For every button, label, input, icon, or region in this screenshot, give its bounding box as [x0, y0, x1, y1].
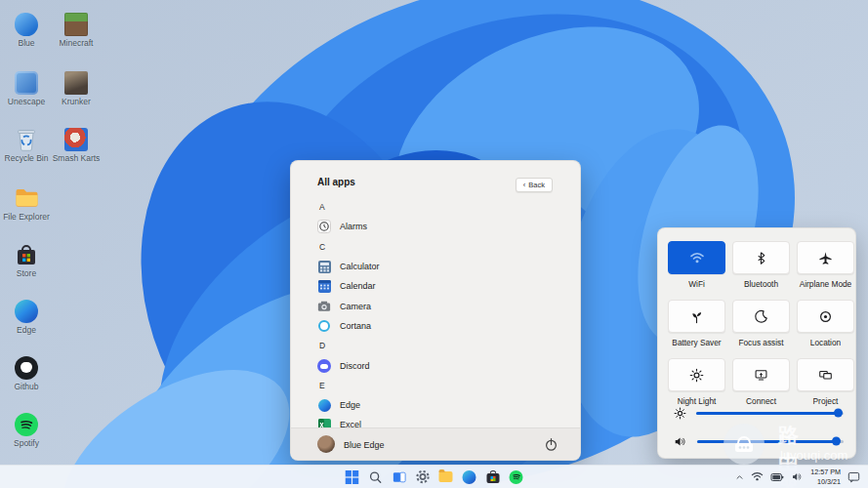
- toggle-label: Battery Saver: [672, 338, 721, 347]
- desktop-icon-blue[interactable]: Blue: [1, 12, 52, 49]
- app-list-item-edge[interactable]: Edge: [317, 395, 570, 415]
- battery-saver-toggle-button[interactable]: [668, 300, 725, 333]
- edge-button[interactable]: [462, 469, 476, 484]
- spotify-icon: [15, 413, 38, 436]
- desktop-icon-smash-karts[interactable]: Smash Karts: [51, 127, 102, 164]
- discord-app-icon: [317, 359, 331, 373]
- desktop-icon-edge[interactable]: Edge: [1, 299, 52, 336]
- section-letter-c[interactable]: C: [317, 237, 570, 257]
- desktop-icon-krunker[interactable]: Krunker: [51, 70, 102, 107]
- spotify-button[interactable]: [509, 469, 523, 484]
- bluetooth-toggle-button[interactable]: [732, 241, 790, 274]
- edge-icon: [463, 470, 476, 484]
- tray-battery[interactable]: [770, 472, 784, 482]
- desktop-icon-unescape[interactable]: Unescape: [1, 70, 52, 107]
- location-icon: [818, 309, 833, 324]
- file-explorer-button[interactable]: [438, 469, 453, 484]
- app-list-item-calendar[interactable]: Calendar: [317, 276, 570, 296]
- folder-icon: [439, 471, 453, 482]
- wifi-icon: [689, 250, 705, 265]
- start-button[interactable]: [345, 469, 359, 484]
- app-name: Alarms: [340, 222, 367, 231]
- night-light-toggle-button[interactable]: [668, 358, 725, 391]
- desktop-icon-recycle-bin[interactable]: Recycle Bin: [1, 127, 52, 164]
- wifi-icon: [751, 471, 764, 482]
- desktop-icon-label: Krunker: [51, 98, 102, 107]
- brightness-slider-handle[interactable]: [834, 409, 843, 418]
- connect-screen-icon: [754, 368, 768, 382]
- app-list-item-cortana[interactable]: Cortana: [317, 316, 570, 336]
- taskbar-center-icons: [345, 466, 523, 488]
- app-list-item-alarms[interactable]: Alarms: [317, 217, 570, 236]
- power-button[interactable]: [543, 436, 558, 452]
- search-button[interactable]: [368, 469, 383, 484]
- desktop-icon-store[interactable]: Store: [1, 242, 52, 279]
- section-letter-a[interactable]: A: [317, 197, 570, 217]
- store-button[interactable]: [485, 469, 500, 484]
- tray-clock[interactable]: 12:57 PM 10/3/21: [810, 468, 841, 486]
- airplane-mode-toggle-button[interactable]: [797, 241, 854, 274]
- location-toggle-button[interactable]: [797, 300, 854, 333]
- desktop-icon-file-explorer[interactable]: File Explorer: [1, 185, 52, 223]
- app-list-item-camera[interactable]: Camera: [317, 296, 570, 315]
- start-menu-all-apps-panel: All apps ‹ Back A Alarms C Calculator Ca…: [290, 160, 581, 461]
- tray-date: 10/3/21: [810, 477, 841, 486]
- user-avatar[interactable]: [317, 435, 335, 453]
- desktop-icon-label: Minecraft: [51, 39, 102, 49]
- user-name[interactable]: Blue Edge: [344, 440, 385, 450]
- toggle-label: Airplane Mode: [800, 279, 852, 289]
- app-list-item-calculator[interactable]: Calculator: [317, 257, 570, 276]
- notification-icon: [847, 471, 860, 483]
- volume-slider-row: [674, 434, 844, 448]
- desktop-icon-label: Github: [1, 383, 52, 392]
- section-letter-e[interactable]: E: [317, 376, 570, 395]
- back-button[interactable]: ‹ Back: [516, 178, 553, 192]
- project-toggle-button[interactable]: [797, 358, 854, 391]
- github-icon: [15, 356, 38, 380]
- system-tray: 12:57 PM 10/3/21: [735, 466, 860, 488]
- app-list-item-discord[interactable]: Discord: [317, 355, 570, 375]
- desktop-icon-spotify[interactable]: Spotify: [1, 412, 52, 449]
- desktop-icon-github[interactable]: Github: [1, 355, 52, 392]
- tray-volume[interactable]: [791, 471, 804, 482]
- app-name: Calculator: [340, 262, 380, 271]
- toggle-label: WiFi: [688, 279, 705, 289]
- toggle-label: Night Light: [678, 396, 717, 406]
- all-apps-title: All apps: [317, 177, 355, 187]
- cortana-app-icon: [317, 319, 331, 333]
- bluetooth-icon: [755, 251, 768, 265]
- tray-wifi[interactable]: [751, 471, 764, 482]
- task-view-button[interactable]: [392, 469, 406, 484]
- focus-assist-toggle-button[interactable]: [732, 300, 790, 333]
- section-letter-d[interactable]: D: [317, 336, 570, 355]
- search-icon: [369, 470, 383, 484]
- gear-icon: [415, 469, 430, 484]
- quick-settings-panel: WiFi Bluetooth Airplane Mode: [657, 227, 856, 459]
- volume-slider[interactable]: [697, 440, 844, 443]
- desktop-icon-label: Store: [1, 269, 52, 279]
- tray-chevron-up[interactable]: [735, 473, 744, 481]
- taskbar: 12:57 PM 10/3/21: [0, 465, 868, 488]
- camera-app-icon: [317, 300, 331, 313]
- notification-center-button[interactable]: [847, 471, 860, 483]
- wifi-toggle-button[interactable]: [668, 241, 725, 274]
- store-icon: [15, 242, 39, 266]
- brightness-slider[interactable]: [696, 412, 844, 415]
- edge-icon: [15, 300, 38, 323]
- connect-toggle-button[interactable]: [732, 358, 790, 391]
- file-explorer-icon: [15, 185, 39, 210]
- smash-karts-icon: [64, 128, 88, 151]
- desktop-icon-minecraft[interactable]: Minecraft: [51, 12, 102, 49]
- quick-settings-grid: WiFi Bluetooth Airplane Mode: [668, 241, 847, 417]
- settings-button[interactable]: [415, 469, 430, 484]
- windows-logo-icon: [346, 470, 359, 484]
- desktop-icon-label: Smash Karts: [51, 154, 102, 164]
- volume-speaker-icon: [674, 435, 687, 448]
- chevron-left-icon: ‹: [523, 181, 526, 189]
- calculator-app-icon: [317, 260, 331, 273]
- app-name: Edge: [340, 400, 360, 410]
- desktop-icon-label: Unescape: [1, 98, 52, 107]
- brightness-slider-row: [674, 406, 844, 420]
- volume-slider-handle[interactable]: [832, 437, 841, 446]
- back-button-label: Back: [528, 181, 545, 189]
